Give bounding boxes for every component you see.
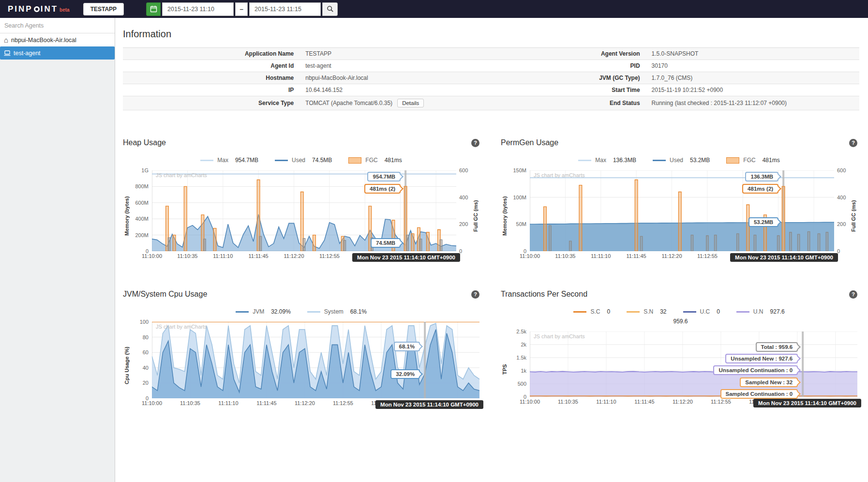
legend-swatch (200, 160, 213, 161)
y-tick-label: 60 (143, 349, 149, 355)
x-tick-label: 11:10:35 (180, 400, 200, 406)
legend-item[interactable]: JVM32.09% (236, 308, 291, 315)
beta-badge: beta (60, 7, 70, 13)
value-tooltip: Sampled Continuation : 0 (720, 389, 798, 399)
y-tick-label: 200M (135, 232, 149, 238)
date-from-input[interactable] (162, 2, 234, 16)
legend-item[interactable]: Max954.7MB (200, 157, 258, 164)
info-label: Application Name (123, 48, 299, 60)
y-tick-label: 1k (521, 368, 526, 374)
y2-tick-label: 200 (459, 221, 468, 227)
legend-item[interactable]: Max136.3MB (578, 157, 636, 164)
x-tick-label: 11:10:35 (555, 253, 575, 259)
legend-item[interactable]: Used74.5MB (275, 157, 332, 164)
cpu-usage-chart: JVM/System Cpu Usage JVM32.09%System68.1… (123, 290, 479, 409)
date-separator-button[interactable]: – (235, 2, 248, 16)
y-tick-label: 600M (135, 200, 149, 206)
legend-item[interactable]: U.N927.6 (736, 308, 785, 315)
legend-label: U.C (700, 308, 710, 315)
value-tooltip: 32.09% (390, 369, 420, 379)
chart-title: Transactions Per Second (501, 290, 587, 299)
table-row: Agent Id test-agent PID 30170 (123, 60, 859, 72)
x-tick-label: 11:10:35 (177, 253, 197, 259)
x-tick-label: 11:10:00 (520, 253, 540, 259)
pinpoint-logo: PINP INT beta (8, 4, 70, 14)
info-label: Hostname (123, 72, 299, 84)
legend-item[interactable]: S.C0 (573, 308, 610, 315)
legend-item[interactable]: FGC481ms (726, 157, 779, 164)
x-tick-label: 11:11:45 (256, 400, 276, 406)
legend-item[interactable]: S.N32 (627, 308, 666, 315)
top-navigation-bar: PINP INT beta TESTAPP – (0, 0, 868, 18)
application-selector-button[interactable]: TESTAPP (83, 3, 124, 15)
plot-area[interactable]: JS chart by amCharts 68.1%32.09%Mon Nov … (152, 322, 479, 398)
legend-item[interactable]: FGC481ms (348, 157, 402, 164)
help-icon[interactable] (471, 139, 479, 147)
legend-label: FGC (743, 157, 755, 164)
agent-info-table: Application Name TESTAPP Agent Version 1… (123, 47, 859, 110)
date-to-input[interactable] (249, 2, 321, 16)
charts-grid: Heap Usage Max954.7MBUsed74.5MBFGC481ms … (123, 138, 859, 409)
plot-area[interactable]: JS chart by amCharts 954.7MB481ms (2)74.… (152, 170, 456, 251)
value-tooltip: Sampled New : 32 (740, 377, 798, 387)
y-axis-label: Memory (bytes) (123, 170, 131, 262)
chart-legend: S.C0S.N32U.C0U.N927.6 (501, 308, 857, 315)
y-axis-ticks: 100806040200 (131, 322, 152, 398)
search-agents-input[interactable] (0, 18, 115, 33)
y-tick-label: 40 (143, 365, 149, 371)
legend-item[interactable]: U.C0 (683, 308, 720, 315)
legend-value: 68.1% (350, 308, 367, 315)
y-axis-label: Memory (bytes) (501, 170, 509, 262)
legend-swatch (736, 311, 749, 313)
x-tick-label: 11:10:00 (520, 399, 540, 405)
y2-tick-label: 200 (837, 221, 846, 227)
y-tick-label: 2.5k (516, 329, 526, 334)
time-cursor-tooltip: Mon Nov 23 2015 11:14:10 GMT+0900 (753, 399, 861, 407)
table-row: Hostname nbpui-MacBook-Air.local JVM (GC… (123, 72, 859, 84)
x-tick-label: 11:11:10 (213, 253, 233, 259)
legend-label: S.C (590, 308, 600, 315)
sidebar-item-agent[interactable]: test-agent (0, 46, 115, 60)
details-button[interactable]: Details (397, 99, 424, 107)
legend-label: FGC (365, 157, 377, 164)
info-value: Running (last checked : 2015-11-23 11:12… (646, 96, 859, 110)
table-row: IP 10.64.146.152 Start Time 2015-11-19 1… (123, 84, 859, 96)
calendar-button[interactable] (146, 2, 161, 16)
y-axis-ticks: 2.5k2k1.5k1k5000 (509, 331, 530, 397)
chart-title: PermGen Usage (501, 138, 558, 147)
x-tick-label: 11:12:55 (333, 400, 353, 406)
value-tooltip: 481ms (2) (742, 184, 778, 194)
search-icon (327, 5, 334, 13)
y2-axis-ticks: 6004002000 (456, 170, 472, 251)
value-tooltip: 53.2MB (748, 217, 778, 227)
chart-legend-total: 959.6 (501, 318, 857, 325)
info-label: PID (491, 60, 646, 72)
y-tick-label: 500 (518, 381, 526, 387)
date-search-button[interactable] (322, 2, 338, 16)
help-icon[interactable] (849, 290, 857, 299)
legend-label: Max (595, 157, 606, 164)
value-tooltip: Unsampled Continuation : 0 (713, 365, 798, 375)
x-tick-label: 11:11:10 (591, 253, 611, 259)
legend-value: 53.2MB (690, 157, 710, 164)
info-value: 1.7.0_76 (CMS) (646, 72, 859, 84)
legend-item[interactable]: System68.1% (307, 308, 367, 315)
plot-area[interactable]: JS chart by amCharts 136.3MB481ms (2)53.… (530, 170, 834, 251)
sidebar-item-host[interactable]: ⌂ nbpui-MacBook-Air.local (0, 33, 115, 46)
info-value: 2015-11-19 10:21:52 +0900 (646, 84, 859, 96)
time-cursor-tooltip: Mon Nov 23 2015 11:14:10 GMT+0900 (730, 253, 838, 262)
y-tick-label: 80 (143, 334, 149, 340)
agent-label: test-agent (14, 50, 41, 57)
info-label: JVM (GC Type) (491, 72, 646, 84)
y-axis-ticks: 1G800M600M400M200M0 (131, 170, 152, 251)
help-icon[interactable] (471, 290, 479, 299)
legend-item[interactable]: Used53.2MB (653, 157, 710, 164)
legend-swatch (683, 311, 696, 313)
value-tooltip: 74.5MB (371, 238, 401, 248)
plot-area[interactable]: JS chart by amCharts Total : 959.6Unsamp… (530, 331, 857, 397)
y-tick-label: 100M (513, 195, 526, 200)
x-tick-label: 11:12:20 (295, 400, 315, 406)
help-icon[interactable] (849, 139, 857, 147)
legend-label: Max (217, 157, 228, 164)
x-tick-label: 11:12:20 (673, 399, 693, 405)
